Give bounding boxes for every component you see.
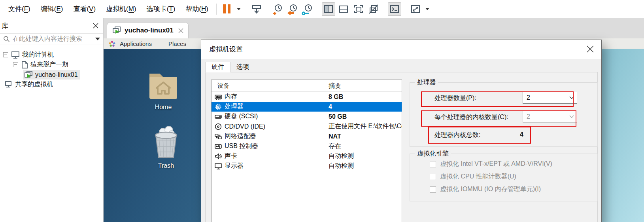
processors-group-label: 处理器: [415, 78, 438, 87]
cores-per-processor-value: 2: [527, 113, 530, 120]
vm-running-icon: [112, 26, 121, 35]
computer-icon: [11, 51, 20, 59]
table-row-usb-controller[interactable]: USB 控制器 存在: [212, 141, 402, 151]
device-name: USB 控制器: [225, 142, 258, 150]
library-search: [0, 33, 103, 44]
vm-tab-yuchao-linux01[interactable]: yuchao-linux01: [107, 22, 189, 38]
dialog-tabs: 硬件 选项: [205, 62, 255, 72]
send-ctrl-alt-del-button[interactable]: [250, 2, 263, 16]
device-summary: 4: [325, 103, 332, 110]
search-filter-dropdown-icon[interactable]: [95, 38, 100, 40]
table-row-hard-disk[interactable]: 硬盘 (SCSI) 50 GB: [212, 112, 402, 121]
virtualization-group-label: 虚拟化引擎: [415, 150, 451, 158]
desktop-icon-home[interactable]: Home: [143, 67, 184, 111]
pause-button[interactable]: [220, 2, 234, 16]
checkbox-icon[interactable]: [430, 186, 436, 193]
device-name: 网络适配器: [225, 132, 256, 140]
cores-per-processor-select[interactable]: 2: [523, 111, 577, 123]
trash-icon: [151, 125, 181, 160]
device-summary: 存在: [325, 142, 341, 150]
menu-edit[interactable]: 编辑(E): [36, 4, 68, 13]
dialog-close-button[interactable]: [585, 44, 596, 55]
desktop-icon-label: Home: [143, 104, 184, 111]
total-cores-label: 处理器内核总数:: [434, 131, 480, 139]
guest-menu-applications[interactable]: Applications: [120, 40, 152, 47]
cd-dvd-icon: [215, 123, 222, 130]
snapshot-clock-wrench-icon: [302, 3, 314, 15]
menu-file[interactable]: 文件(F): [3, 4, 36, 13]
menubar: 文件(F) 编辑(E) 查看(V) 虚拟机(M) 选项卡(T) 帮助(H): [0, 0, 644, 18]
manage-snapshots-button[interactable]: [301, 2, 314, 16]
checkbox-icon[interactable]: [430, 174, 436, 180]
processor-icon: [215, 103, 222, 110]
tree-item-vm-yuchao-linux01[interactable]: yuchao-linux01: [0, 70, 103, 80]
table-row-sound-card[interactable]: 声卡 自动检测: [212, 151, 402, 161]
fullscreen-button[interactable]: [352, 2, 365, 16]
menu-tabs[interactable]: 选项卡(T): [142, 4, 181, 13]
collapse-icon[interactable]: [13, 62, 18, 67]
tree-item-shared-vms[interactable]: 共享的虚拟机: [0, 80, 103, 89]
device-name: 声卡: [225, 152, 237, 160]
pause-dropdown-button[interactable]: [235, 2, 242, 16]
take-snapshot-button[interactable]: [271, 2, 284, 16]
menu-vm[interactable]: 虚拟机(M): [101, 4, 142, 13]
column-header-summary[interactable]: 摘要: [329, 82, 341, 90]
menu-view[interactable]: 查看(V): [68, 4, 101, 13]
device-name: 内存: [225, 93, 237, 101]
search-input[interactable]: [13, 35, 94, 42]
tab-hardware[interactable]: 硬件: [205, 62, 230, 72]
shared-vm-icon: [4, 81, 13, 89]
tree-item-label: 猿来脱产一期: [30, 61, 68, 69]
virtualize-vtx-option: 虚拟化 Intel VT-x/EPT 或 AMD-V/RVI(V): [430, 160, 552, 168]
fit-guest-dropdown-button[interactable]: [424, 2, 431, 16]
table-row-network-adapter[interactable]: 网络适配器 NAT: [212, 131, 402, 141]
tree-item-label: 我的计算机: [22, 51, 54, 59]
chevron-down-icon: [237, 8, 241, 10]
table-row-cd-dvd[interactable]: CD/DVD (IDE) 正在使用文件 E:\软件包\CentO...: [212, 121, 402, 131]
fit-guest-button[interactable]: [409, 2, 422, 16]
close-icon: [587, 46, 594, 53]
cores-per-processor-label: 每个处理器的内核数量(C):: [434, 113, 508, 121]
tab-close-icon[interactable]: [178, 28, 183, 33]
tree-item-group[interactable]: 猿来脱产一期: [0, 60, 103, 70]
revert-snapshot-button[interactable]: [286, 2, 299, 16]
snapshot-clock-plus-icon: [272, 3, 283, 15]
tree-item-label: 共享的虚拟机: [15, 80, 53, 89]
table-row-processors[interactable]: 处理器 4: [212, 102, 402, 112]
processor-count-select[interactable]: 2: [523, 92, 577, 104]
virtualization-engine-group: 虚拟化引擎 虚拟化 Intel VT-x/EPT 或 AMD-V/RVI(V) …: [410, 154, 598, 201]
dialog-titlebar: 虚拟机设置: [201, 40, 601, 59]
pause-icon: [223, 4, 230, 13]
close-icon: [93, 23, 98, 28]
column-header-device[interactable]: 设备: [217, 82, 230, 90]
library-panel-icon: [323, 4, 334, 14]
unity-mode-icon: [368, 4, 379, 14]
checkbox-icon[interactable]: [430, 161, 436, 167]
snapshot-clock-revert-icon: [287, 3, 298, 15]
tree-item-my-computer[interactable]: 我的计算机: [0, 50, 103, 60]
display-icon: [215, 163, 222, 170]
search-icon: [3, 36, 10, 42]
unity-mode-button[interactable]: [367, 2, 380, 16]
table-row-display[interactable]: 显示器 自动检测: [212, 161, 402, 171]
device-name: CD/DVD (IDE): [225, 123, 265, 130]
processor-count-value: 2: [527, 94, 530, 101]
device-summary: 正在使用文件 E:\软件包\CentO...: [325, 122, 402, 131]
virtualize-iommu-option: 虚拟化 IOMMU (IO 内存管理单元)(I): [430, 185, 541, 194]
folder-icon: [21, 61, 28, 69]
show-library-button[interactable]: [322, 2, 335, 16]
desktop-icon-trash[interactable]: Trash: [145, 125, 187, 169]
total-cores-value: 4: [520, 131, 523, 138]
toolbar-separator: [405, 4, 405, 15]
table-row-memory[interactable]: 内存 8 GB: [212, 92, 402, 102]
menu-help[interactable]: 帮助(H): [180, 4, 213, 13]
show-thumbnail-bar-button[interactable]: [337, 2, 350, 16]
guest-menu-places[interactable]: Places: [168, 40, 186, 47]
library-close-button[interactable]: [91, 21, 100, 30]
tab-options[interactable]: 选项: [230, 62, 255, 72]
console-view-button[interactable]: [388, 2, 401, 16]
column-divider: [326, 82, 326, 90]
device-summary: 自动检测: [325, 162, 354, 170]
collapse-icon[interactable]: [3, 52, 8, 57]
sound-card-icon: [215, 153, 222, 160]
